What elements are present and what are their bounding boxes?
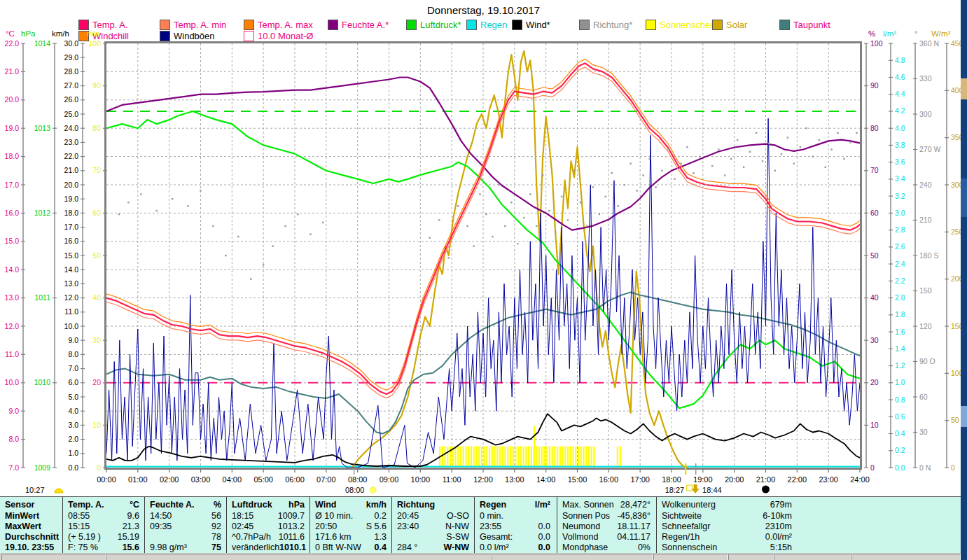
svg-text:10: 10: [870, 421, 879, 429]
cell-value: 56: [211, 511, 226, 521]
svg-text:3.8: 3.8: [895, 141, 905, 149]
rain-axis: 4.84.64.44.24.03.83.63.43.23.02.82.62.42…: [883, 29, 905, 472]
moonrise-time: 10:27: [25, 486, 45, 494]
svg-text:18.0: 18.0: [64, 209, 79, 217]
svg-text:01:00: 01:00: [128, 475, 148, 484]
cell-value: 0.0: [538, 532, 555, 542]
cell-value: 78: [211, 532, 226, 542]
summary-table: SensorMinWertMaxWertDurchschnitt19.10. 2…: [0, 496, 961, 554]
svg-text:1014: 1014: [34, 39, 51, 48]
svg-text:11.0: 11.0: [64, 307, 78, 316]
info-value: 679m: [770, 500, 797, 510]
svg-text:25.0: 25.0: [64, 110, 79, 118]
svg-text:21:00: 21:00: [756, 475, 776, 484]
svg-text:14:00: 14:00: [536, 475, 556, 484]
cell-label: 09:35: [145, 522, 172, 531]
cell-value: 1.3: [375, 532, 391, 542]
wind-axis: 30.029.028.027.026.025.024.023.022.021.0…: [52, 29, 85, 472]
svg-text:min: min: [87, 29, 100, 38]
col-header-value: l/m²: [535, 500, 555, 510]
svg-text:9.0: 9.0: [68, 336, 78, 344]
table-column: Temp. A.°C08:559.615:1521.3(+ 5.19 )15.1…: [62, 497, 144, 554]
col-header-value: hPa: [288, 500, 309, 510]
svg-text:00:00: 00:00: [97, 475, 116, 484]
sensor-row-label: 19.10. 23:55: [0, 542, 54, 552]
svg-text:5.0: 5.0: [68, 393, 78, 401]
svg-text:20: 20: [870, 378, 879, 386]
cell-label: veränderlich: [227, 542, 279, 552]
svg-text:9.0: 9.0: [8, 407, 19, 415]
svg-text:05:00: 05:00: [253, 475, 273, 484]
svg-text:10.0: 10.0: [5, 378, 20, 386]
cell-label: 15:15: [63, 522, 90, 531]
col-header-label: Temp. A.: [63, 500, 104, 510]
info-value: 18.11.17: [617, 522, 655, 531]
table-column: Wolkenunterg679mSichtweite6-10kmSchneefa…: [656, 497, 797, 554]
info-label: Max. Sonnen: [557, 500, 614, 510]
svg-text:23.0: 23.0: [64, 138, 79, 146]
svg-text:0 N: 0 N: [919, 463, 931, 472]
humidity-axis: 1009080706050403020100%: [864, 29, 883, 472]
cell-value: 15.19: [118, 532, 144, 542]
cell-value: 0.0: [538, 522, 555, 531]
svg-text:14.0: 14.0: [5, 265, 20, 274]
svg-text:10:00: 10:00: [411, 475, 431, 484]
svg-text:2.4: 2.4: [895, 260, 905, 268]
svg-text:3.2: 3.2: [895, 192, 905, 200]
svg-text:0: 0: [870, 463, 875, 472]
desktop-icon: [961, 78, 967, 99]
svg-text:4.2: 4.2: [895, 106, 905, 115]
sunset-sun-icon: [687, 485, 693, 491]
svg-text:19.0: 19.0: [64, 195, 79, 203]
svg-text:4.8: 4.8: [895, 56, 905, 64]
svg-text:50: 50: [92, 251, 101, 260]
svg-text:1.8: 1.8: [895, 310, 905, 318]
cell-label: 284 °: [392, 542, 417, 552]
svg-text:l/m²: l/m²: [883, 29, 896, 38]
svg-text:15.0: 15.0: [5, 237, 20, 245]
table-column: SensorMinWertMaxWertDurchschnitt19.10. 2…: [0, 497, 62, 554]
sunset-time: 18:27: [665, 486, 685, 494]
svg-text:15.0: 15.0: [64, 251, 79, 260]
svg-text:1010: 1010: [34, 378, 51, 386]
svg-text:2.0: 2.0: [895, 293, 905, 302]
svg-text:180 S: 180 S: [919, 251, 938, 260]
svg-text:04:00: 04:00: [223, 475, 242, 484]
svg-text:21.0: 21.0: [5, 67, 20, 76]
cell-label: 0 min.: [475, 511, 503, 521]
svg-text:27.0: 27.0: [64, 81, 79, 90]
cell-value: 92: [211, 522, 226, 531]
cell-value: 1009.7: [278, 511, 309, 521]
svg-text:240: 240: [919, 181, 932, 189]
cell-value: 0.4: [375, 542, 391, 552]
svg-text:7.0: 7.0: [68, 364, 78, 372]
svg-text:0: 0: [97, 463, 101, 472]
svg-text:20.0: 20.0: [5, 95, 20, 104]
info-value: -45,836°: [618, 511, 655, 521]
info-value: 6-10km: [763, 511, 797, 521]
svg-text:90 O: 90 O: [919, 357, 935, 365]
col-header-label: Luftdruck: [227, 500, 272, 510]
cell-label: 18:15: [227, 511, 253, 521]
moonrise-icon: [55, 489, 63, 493]
svg-text:hPa: hPa: [21, 29, 36, 38]
svg-text:%: %: [868, 29, 875, 38]
cell-value: 1013.2: [278, 522, 309, 531]
svg-text:270 W: 270 W: [919, 145, 940, 153]
svg-text:24.0: 24.0: [64, 124, 79, 132]
svg-text:60: 60: [92, 209, 101, 217]
svg-text:100: 100: [88, 39, 101, 48]
cell-label: 9.98 g/m³: [145, 542, 187, 552]
svg-text:0.6: 0.6: [895, 412, 905, 421]
svg-text:90: 90: [870, 81, 879, 90]
svg-text:2.6: 2.6: [895, 242, 905, 251]
cell-value: S 5.6: [366, 522, 391, 531]
x-axis: 00:0001:0002:0003:0004:0005:0006:0007:00…: [97, 469, 870, 484]
svg-text:07:00: 07:00: [316, 475, 336, 484]
info-label: Vollmond: [557, 532, 598, 542]
svg-text:17.0: 17.0: [64, 223, 79, 231]
svg-text:7.0: 7.0: [8, 463, 19, 472]
info-label: Schneefallgr: [657, 522, 711, 531]
sunrise-time: 08:00: [345, 486, 365, 494]
cell-label: 0 Bft W-NW: [310, 542, 361, 552]
